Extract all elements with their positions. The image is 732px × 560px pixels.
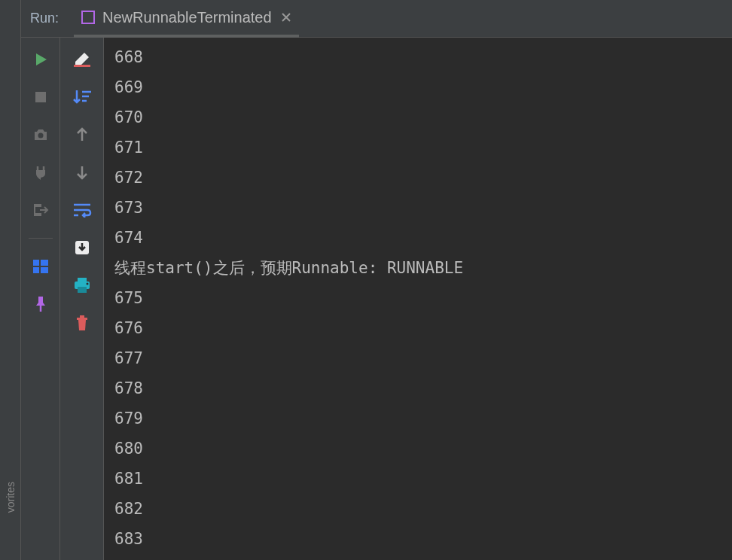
svg-rect-3: [41, 260, 48, 266]
highlight-icon[interactable]: [71, 48, 93, 71]
stop-button[interactable]: [29, 86, 52, 108]
svg-rect-12: [80, 315, 84, 318]
console-line: 674: [114, 223, 721, 253]
svg-rect-5: [41, 267, 48, 273]
svg-rect-0: [35, 92, 46, 102]
console-output[interactable]: 668 669 670 671 672 673 674 线程start()之后，…: [104, 38, 732, 560]
svg-rect-6: [74, 65, 90, 67]
console-line: 672: [114, 163, 721, 193]
pin-icon[interactable]: [29, 293, 52, 315]
trash-icon[interactable]: [71, 312, 93, 334]
svg-rect-13: [77, 318, 87, 320]
plug-icon[interactable]: [29, 161, 52, 184]
scroll-down-icon[interactable]: [71, 161, 93, 184]
svg-rect-4: [33, 267, 39, 273]
exit-icon[interactable]: [29, 199, 52, 221]
console-line: 680: [114, 434, 721, 464]
svg-point-1: [38, 133, 43, 138]
run-button[interactable]: [29, 48, 52, 71]
console-line: 681: [114, 464, 721, 494]
svg-point-11: [86, 283, 88, 285]
console-line: 678: [114, 373, 721, 403]
console-line: 670: [114, 102, 721, 132]
console-line: 679: [114, 403, 721, 434]
console-line: 683: [114, 524, 721, 554]
console-line: 669: [114, 72, 721, 102]
layout-icon[interactable]: [29, 255, 52, 278]
application-icon: [81, 11, 95, 24]
scroll-up-icon[interactable]: [71, 123, 93, 146]
console-line: 673: [114, 193, 721, 223]
console-line: 671: [114, 132, 721, 163]
camera-icon[interactable]: [29, 123, 52, 146]
download-icon[interactable]: [71, 236, 93, 259]
sort-icon[interactable]: [71, 86, 93, 108]
close-tab-icon[interactable]: [281, 12, 291, 23]
console-line: 676: [114, 313, 721, 343]
console-line: 682: [114, 494, 721, 524]
run-toolbar: Run: NewRunnableTerminated: [21, 0, 732, 38]
svg-rect-8: [78, 278, 87, 282]
svg-rect-2: [33, 260, 39, 266]
print-icon[interactable]: [71, 274, 93, 297]
toolbar-left: [21, 38, 60, 560]
run-panel-label: Run:: [24, 11, 74, 26]
console-line: 675: [114, 283, 721, 313]
console-line: 677: [114, 343, 721, 373]
separator: [29, 238, 53, 239]
svg-rect-10: [78, 287, 87, 293]
console-line: 668: [114, 42, 721, 72]
favorites-sidebar[interactable]: vorites: [0, 0, 21, 560]
toolbar-right: [60, 38, 104, 560]
favorites-label: vorites: [5, 482, 17, 513]
content-area: 668 669 670 671 672 673 674 线程start()之后，…: [21, 38, 732, 560]
wrap-icon[interactable]: [71, 199, 93, 221]
run-tab[interactable]: NewRunnableTerminated: [74, 1, 299, 38]
tab-label: NewRunnableTerminated: [102, 9, 272, 26]
console-line: 线程start()之后，预期Runnable: RUNNABLE: [114, 253, 721, 283]
main-area: Run: NewRunnableTerminated: [21, 0, 732, 560]
